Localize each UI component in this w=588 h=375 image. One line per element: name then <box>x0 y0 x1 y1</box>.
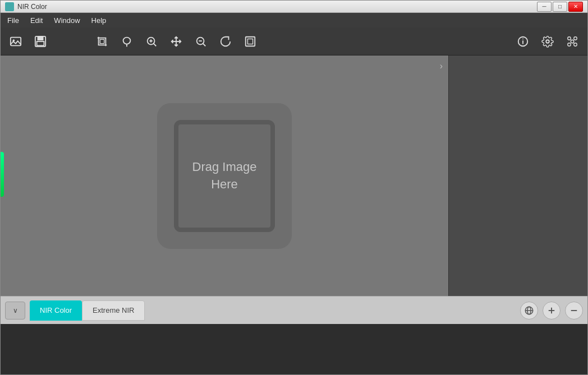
drag-text: Drag ImageHere <box>192 159 257 193</box>
svg-point-26 <box>571 40 574 43</box>
lasso-button[interactable] <box>116 31 137 52</box>
info-button[interactable] <box>512 31 534 52</box>
globe-icon <box>524 305 534 316</box>
zoom-out-icon <box>195 35 207 48</box>
svg-line-8 <box>153 43 156 46</box>
remove-tab-button[interactable] <box>565 302 583 320</box>
canvas-area[interactable]: › Drag ImageHere <box>1 55 448 296</box>
app-icon <box>5 2 14 11</box>
maximize-button[interactable]: □ <box>553 2 567 12</box>
svg-line-14 <box>203 43 205 46</box>
minus-icon <box>569 305 579 316</box>
effects-button[interactable] <box>562 31 583 52</box>
effects-icon <box>566 35 578 48</box>
minimize-button[interactable]: ─ <box>537 2 552 12</box>
save-button[interactable] <box>30 31 51 52</box>
tab-dropdown-button[interactable]: ∨ <box>5 302 25 320</box>
menu-bar: File Edit Window Help <box>1 13 587 27</box>
globe-button[interactable] <box>520 302 538 320</box>
title-bar: NIR Color ─ □ ✕ <box>1 1 587 13</box>
lasso-icon <box>121 35 133 48</box>
drag-zone[interactable]: Drag ImageHere <box>157 103 292 249</box>
move-icon <box>170 35 182 48</box>
window-controls: ─ □ ✕ <box>537 2 583 12</box>
canvas-arrow[interactable]: › <box>440 61 443 71</box>
toolbar-right <box>512 31 583 52</box>
rotate-button[interactable] <box>215 31 236 52</box>
svg-point-23 <box>574 36 577 40</box>
zoom-out-button[interactable] <box>190 31 212 52</box>
side-panel <box>448 55 587 296</box>
middle-row: › Drag ImageHere <box>1 55 587 296</box>
crop-icon <box>96 35 108 48</box>
zoom-in-button[interactable] <box>141 31 162 52</box>
add-icon <box>546 305 557 316</box>
info-icon <box>517 35 529 48</box>
open-image-button[interactable] <box>5 31 26 52</box>
svg-rect-3 <box>38 36 44 40</box>
fit-button[interactable] <box>240 31 261 52</box>
content-wrapper: › Drag ImageHere ∨ NIR Color Extreme NIR <box>1 55 587 374</box>
tab-extreme-nir[interactable]: Extreme NIR <box>82 300 145 321</box>
svg-rect-5 <box>100 39 104 43</box>
menu-window[interactable]: Window <box>49 15 84 26</box>
move-button[interactable] <box>166 31 187 52</box>
toolbar <box>1 27 587 55</box>
title-bar-left: NIR Color <box>5 2 47 11</box>
svg-point-20 <box>522 38 523 39</box>
crop-button[interactable] <box>91 31 113 52</box>
svg-rect-4 <box>37 41 44 45</box>
menu-file[interactable]: File <box>3 15 24 26</box>
tab-controls <box>520 302 583 320</box>
gear-icon <box>541 35 554 48</box>
app-window: NIR Color ─ □ ✕ File Edit Window Help <box>0 0 588 375</box>
close-button[interactable]: ✕ <box>568 2 583 12</box>
window-title: NIR Color <box>17 3 47 11</box>
bottom-area <box>1 324 587 374</box>
fit-icon <box>244 35 256 48</box>
menu-edit[interactable]: Edit <box>26 15 47 26</box>
drag-zone-inner: Drag ImageHere <box>174 120 275 232</box>
tab-nir-color[interactable]: NIR Color <box>30 300 82 321</box>
menu-help[interactable]: Help <box>87 15 111 26</box>
rotate-icon <box>219 35 232 48</box>
add-tab-button[interactable] <box>543 302 561 320</box>
svg-point-25 <box>574 43 577 46</box>
color-strip <box>1 152 4 197</box>
open-image-icon <box>10 35 22 48</box>
svg-point-22 <box>568 36 571 40</box>
svg-point-24 <box>568 43 571 46</box>
zoom-in-icon <box>145 35 158 48</box>
svg-rect-16 <box>246 36 255 46</box>
tab-bar: ∨ NIR Color Extreme NIR <box>1 296 587 324</box>
svg-rect-17 <box>247 39 252 44</box>
save-icon <box>34 35 47 48</box>
svg-rect-0 <box>11 37 21 45</box>
settings-button[interactable] <box>537 31 558 52</box>
svg-point-21 <box>546 40 549 43</box>
